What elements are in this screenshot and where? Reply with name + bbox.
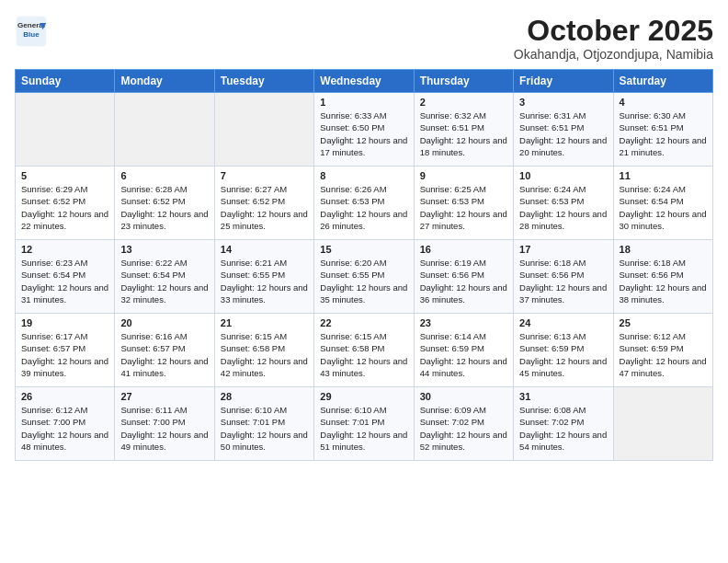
- weekday-header: Tuesday: [214, 70, 313, 93]
- calendar-cell: 13Sunrise: 6:22 AM Sunset: 6:54 PM Dayli…: [115, 240, 214, 314]
- cell-info: Sunrise: 6:08 AM Sunset: 7:02 PM Dayligh…: [519, 404, 607, 453]
- calendar-cell: 14Sunrise: 6:21 AM Sunset: 6:55 PM Dayli…: [214, 240, 313, 314]
- day-number: 26: [21, 391, 108, 402]
- day-number: 9: [420, 170, 507, 181]
- day-number: 31: [519, 391, 607, 402]
- calendar-cell: 23Sunrise: 6:14 AM Sunset: 6:59 PM Dayli…: [414, 314, 513, 387]
- weekday-header: Monday: [115, 70, 214, 93]
- calendar-cell: 29Sunrise: 6:10 AM Sunset: 7:01 PM Dayli…: [314, 387, 414, 461]
- calendar-cell: 8Sunrise: 6:26 AM Sunset: 6:53 PM Daylig…: [314, 167, 414, 240]
- calendar-cell: [115, 93, 214, 167]
- calendar-cell: 24Sunrise: 6:13 AM Sunset: 6:59 PM Dayli…: [514, 314, 613, 387]
- calendar-cell: 5Sunrise: 6:29 AM Sunset: 6:52 PM Daylig…: [16, 167, 115, 240]
- cell-info: Sunrise: 6:12 AM Sunset: 7:00 PM Dayligh…: [21, 404, 108, 453]
- calendar-header-row: SundayMondayTuesdayWednesdayThursdayFrid…: [16, 70, 713, 93]
- cell-info: Sunrise: 6:12 AM Sunset: 6:59 PM Dayligh…: [620, 330, 707, 379]
- calendar-cell: 9Sunrise: 6:25 AM Sunset: 6:53 PM Daylig…: [414, 167, 513, 240]
- calendar-cell: 25Sunrise: 6:12 AM Sunset: 6:59 PM Dayli…: [613, 314, 712, 387]
- calendar-cell: 2Sunrise: 6:32 AM Sunset: 6:51 PM Daylig…: [414, 93, 513, 167]
- cell-info: Sunrise: 6:24 AM Sunset: 6:53 PM Dayligh…: [519, 183, 607, 232]
- cell-info: Sunrise: 6:16 AM Sunset: 6:57 PM Dayligh…: [120, 330, 208, 379]
- day-number: 16: [420, 244, 507, 255]
- weekday-header: Wednesday: [314, 70, 414, 93]
- calendar-cell: 16Sunrise: 6:19 AM Sunset: 6:56 PM Dayli…: [414, 240, 513, 314]
- calendar-cell: 7Sunrise: 6:27 AM Sunset: 6:52 PM Daylig…: [214, 167, 313, 240]
- calendar-cell: 20Sunrise: 6:16 AM Sunset: 6:57 PM Dayli…: [115, 314, 214, 387]
- calendar-cell: 10Sunrise: 6:24 AM Sunset: 6:53 PM Dayli…: [514, 167, 613, 240]
- calendar-week-row: 26Sunrise: 6:12 AM Sunset: 7:00 PM Dayli…: [16, 387, 713, 461]
- calendar-cell: 31Sunrise: 6:08 AM Sunset: 7:02 PM Dayli…: [514, 387, 613, 461]
- calendar-cell: 4Sunrise: 6:30 AM Sunset: 6:51 PM Daylig…: [613, 93, 712, 167]
- cell-info: Sunrise: 6:21 AM Sunset: 6:55 PM Dayligh…: [221, 257, 308, 305]
- cell-info: Sunrise: 6:29 AM Sunset: 6:52 PM Dayligh…: [21, 183, 108, 232]
- logo-icon: General Blue: [15, 15, 48, 48]
- calendar-week-row: 19Sunrise: 6:17 AM Sunset: 6:57 PM Dayli…: [16, 314, 713, 387]
- weekday-header: Sunday: [16, 70, 115, 93]
- day-number: 23: [420, 317, 507, 328]
- day-number: 12: [21, 244, 108, 255]
- calendar-cell: 21Sunrise: 6:15 AM Sunset: 6:58 PM Dayli…: [214, 314, 313, 387]
- day-number: 10: [519, 170, 607, 181]
- calendar-cell: [613, 387, 712, 461]
- cell-info: Sunrise: 6:13 AM Sunset: 6:59 PM Dayligh…: [519, 330, 607, 379]
- cell-info: Sunrise: 6:30 AM Sunset: 6:51 PM Dayligh…: [620, 109, 707, 158]
- day-number: 6: [120, 170, 208, 181]
- day-number: 13: [120, 244, 208, 255]
- cell-info: Sunrise: 6:33 AM Sunset: 6:50 PM Dayligh…: [320, 109, 407, 158]
- day-number: 5: [21, 170, 108, 181]
- day-number: 1: [320, 97, 407, 108]
- cell-info: Sunrise: 6:28 AM Sunset: 6:52 PM Dayligh…: [120, 183, 208, 232]
- weekday-header: Thursday: [414, 70, 513, 93]
- cell-info: Sunrise: 6:19 AM Sunset: 6:56 PM Dayligh…: [420, 257, 507, 305]
- calendar-cell: [16, 93, 115, 167]
- cell-info: Sunrise: 6:15 AM Sunset: 6:58 PM Dayligh…: [221, 330, 308, 379]
- calendar-cell: 28Sunrise: 6:10 AM Sunset: 7:01 PM Dayli…: [214, 387, 313, 461]
- day-number: 2: [420, 97, 507, 108]
- calendar-cell: [214, 93, 313, 167]
- page-header: General Blue October 2025 Okahandja, Otj…: [15, 15, 713, 62]
- cell-info: Sunrise: 6:31 AM Sunset: 6:51 PM Dayligh…: [519, 109, 607, 158]
- calendar-week-row: 5Sunrise: 6:29 AM Sunset: 6:52 PM Daylig…: [16, 167, 713, 240]
- cell-info: Sunrise: 6:32 AM Sunset: 6:51 PM Dayligh…: [420, 109, 507, 158]
- calendar-table: SundayMondayTuesdayWednesdayThursdayFrid…: [15, 69, 713, 461]
- cell-info: Sunrise: 6:18 AM Sunset: 6:56 PM Dayligh…: [620, 257, 707, 305]
- calendar-cell: 17Sunrise: 6:18 AM Sunset: 6:56 PM Dayli…: [514, 240, 613, 314]
- day-number: 25: [620, 317, 707, 328]
- day-number: 8: [320, 170, 407, 181]
- cell-info: Sunrise: 6:23 AM Sunset: 6:54 PM Dayligh…: [21, 257, 108, 305]
- cell-info: Sunrise: 6:26 AM Sunset: 6:53 PM Dayligh…: [320, 183, 407, 232]
- svg-text:Blue: Blue: [23, 30, 40, 39]
- month-title: October 2025: [514, 15, 713, 47]
- calendar-cell: 18Sunrise: 6:18 AM Sunset: 6:56 PM Dayli…: [613, 240, 712, 314]
- cell-info: Sunrise: 6:17 AM Sunset: 6:57 PM Dayligh…: [21, 330, 108, 379]
- cell-info: Sunrise: 6:24 AM Sunset: 6:54 PM Dayligh…: [620, 183, 707, 232]
- calendar-week-row: 12Sunrise: 6:23 AM Sunset: 6:54 PM Dayli…: [16, 240, 713, 314]
- calendar-cell: 11Sunrise: 6:24 AM Sunset: 6:54 PM Dayli…: [613, 167, 712, 240]
- cell-info: Sunrise: 6:09 AM Sunset: 7:02 PM Dayligh…: [420, 404, 507, 453]
- day-number: 11: [620, 170, 707, 181]
- day-number: 29: [320, 391, 407, 402]
- day-number: 18: [620, 244, 707, 255]
- location-title: Okahandja, Otjozondjupa, Namibia: [514, 47, 713, 62]
- cell-info: Sunrise: 6:22 AM Sunset: 6:54 PM Dayligh…: [120, 257, 208, 305]
- day-number: 15: [320, 244, 407, 255]
- calendar-cell: 12Sunrise: 6:23 AM Sunset: 6:54 PM Dayli…: [16, 240, 115, 314]
- weekday-header: Friday: [514, 70, 613, 93]
- day-number: 7: [221, 170, 308, 181]
- cell-info: Sunrise: 6:15 AM Sunset: 6:58 PM Dayligh…: [320, 330, 407, 379]
- day-number: 27: [120, 391, 208, 402]
- day-number: 22: [320, 317, 407, 328]
- calendar-cell: 15Sunrise: 6:20 AM Sunset: 6:55 PM Dayli…: [314, 240, 414, 314]
- cell-info: Sunrise: 6:25 AM Sunset: 6:53 PM Dayligh…: [420, 183, 507, 232]
- calendar-cell: 6Sunrise: 6:28 AM Sunset: 6:52 PM Daylig…: [115, 167, 214, 240]
- cell-info: Sunrise: 6:10 AM Sunset: 7:01 PM Dayligh…: [221, 404, 308, 453]
- calendar-cell: 3Sunrise: 6:31 AM Sunset: 6:51 PM Daylig…: [514, 93, 613, 167]
- day-number: 4: [620, 97, 707, 108]
- day-number: 30: [420, 391, 507, 402]
- day-number: 17: [519, 244, 607, 255]
- calendar-cell: 19Sunrise: 6:17 AM Sunset: 6:57 PM Dayli…: [16, 314, 115, 387]
- logo: General Blue: [15, 15, 48, 48]
- day-number: 3: [519, 97, 607, 108]
- day-number: 19: [21, 317, 108, 328]
- cell-info: Sunrise: 6:20 AM Sunset: 6:55 PM Dayligh…: [320, 257, 407, 305]
